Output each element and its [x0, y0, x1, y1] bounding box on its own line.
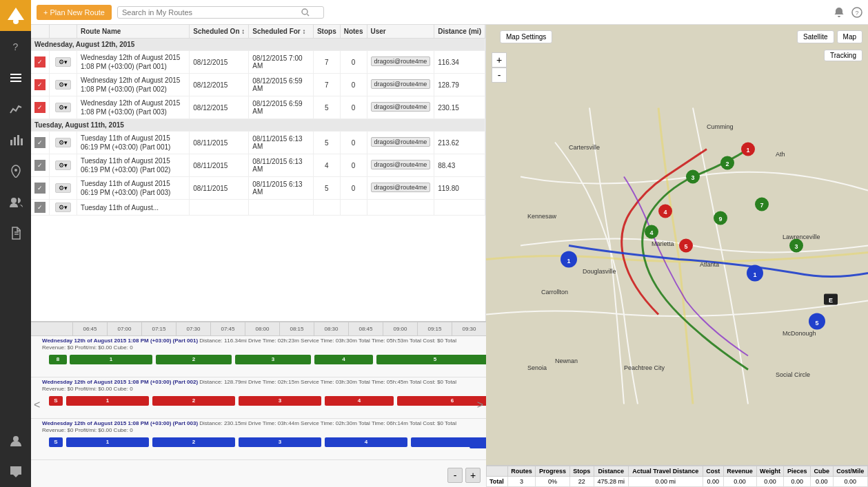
gear-button[interactable]: ⚙▾	[55, 183, 71, 193]
gear-button[interactable]: ⚙▾	[55, 80, 71, 90]
stops-cell: 5	[313, 132, 340, 154]
user-cell: dragosi@route4me	[367, 51, 434, 74]
sidebar-item-routes[interactable]	[0, 62, 31, 93]
checkbox-icon[interactable]: ✓	[34, 56, 46, 68]
row-checkbox[interactable]: ✓	[31, 74, 50, 96]
timeline-bar[interactable]: S	[49, 437, 63, 447]
timeline-bar[interactable]: 1	[66, 437, 149, 447]
sidebar-item-help[interactable]: ?	[0, 31, 31, 62]
checkbox-icon[interactable]: ✓	[34, 202, 46, 213]
checkbox-icon[interactable]: ✓	[34, 79, 46, 90]
topbar: + Plan New Route ?	[31, 0, 868, 25]
scheduled-on-cell: 08/11/2015	[190, 132, 249, 154]
timeline-zoom-out[interactable]: -	[447, 468, 463, 483]
route-timeline-label: Wednesday 12th of August 2015 1:08 PM (+…	[42, 379, 475, 393]
table-row[interactable]: ✓⚙▾Wednesday 12th of August 2015 1:08 PM…	[31, 74, 485, 96]
timeline-bar[interactable]: 4	[325, 437, 407, 447]
question-icon[interactable]: ?	[851, 7, 862, 18]
row-gear[interactable]: ⚙▾	[50, 200, 77, 216]
timeline-bar[interactable]: 2	[156, 355, 232, 364]
row-checkbox[interactable]: ✓	[31, 154, 50, 177]
timeline-bar[interactable]: 4	[325, 396, 394, 406]
sidebar-item-map[interactable]	[0, 155, 31, 186]
gear-button[interactable]: ⚙▾	[55, 103, 71, 112]
col-checkbox	[31, 25, 50, 39]
timeline-bar[interactable]: 1	[66, 396, 149, 406]
timeline-bar[interactable]: 3	[239, 437, 321, 447]
svg-text:2: 2	[725, 160, 729, 167]
row-gear[interactable]: ⚙▾	[50, 51, 77, 74]
sidebar-item-analytics[interactable]	[0, 93, 31, 124]
row-gear[interactable]: ⚙▾	[50, 96, 77, 119]
timeline-bar[interactable]: 2	[152, 437, 235, 447]
row-checkbox[interactable]: ✓	[31, 132, 50, 154]
timeline-nav-left[interactable]: <	[34, 399, 40, 411]
timeline-bar[interactable]: 8	[49, 355, 67, 364]
checkbox-icon[interactable]: ✓	[34, 160, 46, 171]
tracking-control[interactable]: Tracking	[824, 50, 862, 61]
timeline-zoom-in[interactable]: +	[465, 468, 481, 483]
stats-total-cost-mile: 0.00	[833, 477, 868, 487]
row-gear[interactable]: ⚙▾	[50, 74, 77, 96]
timeline-nav-right[interactable]: >	[477, 399, 483, 411]
map-button[interactable]: Map	[837, 30, 862, 43]
gear-button[interactable]: ⚙▾	[55, 57, 71, 67]
timeline-header: 06:4507:0007:1507:3007:4508:0008:1508:30…	[31, 322, 486, 336]
sidebar-item-chat[interactable]	[0, 456, 31, 487]
table-row[interactable]: ✓⚙▾Tuesday 11th of August 2015 06:19 PM …	[31, 154, 485, 177]
satellite-button[interactable]: Satellite	[797, 30, 834, 43]
row-gear[interactable]: ⚙▾	[50, 154, 77, 177]
table-row[interactable]: ✓⚙▾Tuesday 11th of August 2015 06:19 PM …	[31, 132, 485, 154]
checkbox-icon[interactable]: ✓	[34, 183, 46, 194]
timeline-bar[interactable]: 2	[152, 396, 235, 406]
row-gear[interactable]: ⚙▾	[50, 177, 77, 200]
stats-total-row: Total 3 0% 22 475.28 mi 0.00 mi 0.00 0.0…	[487, 477, 868, 487]
table-row[interactable]: ✓⚙▾Tuesday 11th of August 2015 06:19 PM …	[31, 177, 485, 200]
row-checkbox[interactable]: ✓	[31, 96, 50, 119]
svg-text:Cartersville: Cartersville	[569, 144, 600, 151]
sidebar-item-chart[interactable]	[0, 124, 31, 155]
col-user: User	[367, 25, 434, 39]
row-checkbox[interactable]: ✓	[31, 200, 50, 216]
gear-button[interactable]: ⚙▾	[55, 203, 71, 212]
map-svg: 1 2 3 4 4 5 9 7 3 1 1 5 E Cartersville C…	[486, 25, 868, 487]
bell-icon[interactable]	[834, 7, 845, 18]
gear-button[interactable]: ⚙▾	[55, 138, 71, 147]
row-checkbox[interactable]: ✓	[31, 51, 50, 74]
timeline-bars-container: 81234567E	[42, 353, 475, 367]
timeline-bar[interactable]: 4	[314, 355, 373, 364]
sidebar-item-user[interactable]	[0, 425, 31, 456]
row-checkbox[interactable]: ✓	[31, 177, 50, 200]
checkbox-icon[interactable]: ✓	[34, 102, 46, 113]
table-row[interactable]: ✓⚙▾Tuesday 11th of August...	[31, 200, 485, 216]
search-input[interactable]	[122, 8, 301, 17]
timeline-bar[interactable]: 3	[235, 355, 311, 364]
timeline-bar-extra[interactable]: 4	[470, 442, 486, 448]
plan-new-route-button[interactable]: + Plan New Route	[37, 5, 112, 20]
gear-button[interactable]: ⚙▾	[55, 160, 71, 170]
row-gear[interactable]: ⚙▾	[50, 132, 77, 154]
stops-cell: 4	[313, 154, 340, 177]
stats-total-weight: 0.00	[756, 477, 784, 487]
sidebar-item-reports[interactable]	[0, 217, 31, 248]
sidebar-item-dispatch[interactable]	[0, 186, 31, 217]
route-name-cell: Wednesday 12th of August 2015 1:08 PM (+…	[77, 51, 190, 74]
bar-stop-number: 1	[106, 397, 109, 404]
timeline-bar[interactable]: 1	[70, 355, 152, 364]
stats-total-progress: 0%	[536, 477, 569, 487]
map-settings-button[interactable]: Map Settings	[500, 30, 552, 43]
timeline-bar[interactable]: 3	[239, 396, 321, 406]
zoom-in-button[interactable]: +	[492, 52, 507, 68]
table-row[interactable]: ✓⚙▾Wednesday 12th of August 2015 1:08 PM…	[31, 51, 485, 74]
timeline-bar[interactable]: 6	[442, 396, 463, 406]
user-email: dragosi@route4me	[371, 56, 431, 66]
bar-stop-number: 1	[106, 439, 109, 445]
table-row[interactable]: ✓⚙▾Wednesday 12th of August 2015 1:08 PM…	[31, 96, 485, 119]
bar-stop-number: 2	[192, 439, 195, 445]
timeline-bar[interactable]: 5	[376, 355, 486, 364]
stats-col-cost-mile: Cost/Mile	[833, 466, 868, 477]
timeline-bar[interactable]: S	[49, 396, 63, 406]
checkbox-icon[interactable]: ✓	[34, 137, 46, 148]
zoom-out-button[interactable]: -	[492, 68, 507, 83]
distance-cell: 116.34	[434, 51, 485, 74]
